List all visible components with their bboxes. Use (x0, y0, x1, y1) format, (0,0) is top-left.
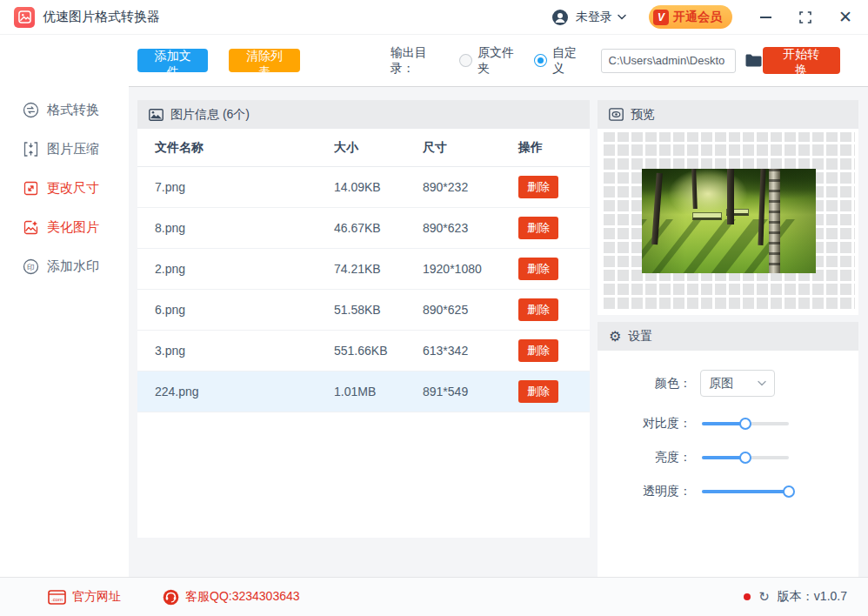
sidebar-item-label: 更改尺寸 (47, 180, 99, 197)
open-vip-button[interactable]: V 开通会员 (649, 5, 732, 29)
file-size: 51.58KB (334, 303, 423, 317)
customer-service-qq-label: 客服QQ:3234303643 (185, 589, 300, 605)
login-menu[interactable]: 未登录 (551, 9, 626, 26)
chevron-down-icon (618, 14, 626, 20)
image-info-icon (149, 109, 164, 121)
radio-original-label: 原文件夹 (477, 45, 525, 77)
contrast-slider[interactable] (702, 422, 789, 425)
radio-original-circle[interactable] (459, 54, 472, 67)
browse-folder-button[interactable] (744, 53, 763, 68)
radio-custom-label: 自定义 (552, 45, 588, 77)
delete-button[interactable]: 删除 (518, 380, 558, 403)
file-size: 46.67KB (334, 221, 423, 235)
file-table-body: 文件名称 大小 尺寸 操作 7.png 14.09KB 890*232 删除 8… (137, 129, 590, 538)
table-row-selected[interactable]: 224.png 1.01MB 891*549 删除 (137, 372, 590, 412)
resize-icon (23, 180, 39, 197)
file-size: 74.21KB (334, 262, 423, 276)
clear-list-button[interactable]: 清除列表 (229, 49, 299, 72)
app-logo-icon (14, 7, 35, 28)
start-convert-button[interactable]: 开始转换 (763, 47, 840, 74)
user-avatar-icon (551, 9, 569, 26)
table-row[interactable]: 3.png 551.66KB 613*342 删除 (137, 331, 590, 372)
format-convert-icon (23, 102, 39, 118)
file-table-header: 图片信息 (6个) (137, 100, 590, 129)
app-title: 优速图片格式转换器 (43, 9, 160, 25)
file-name: 6.png (137, 303, 334, 317)
output-path-input[interactable] (601, 49, 736, 73)
close-button[interactable]: ✕ (838, 10, 852, 24)
brightness-label: 亮度： (598, 450, 691, 465)
file-dimensions: 613*342 (423, 344, 518, 358)
brightness-slider[interactable] (702, 456, 789, 459)
login-status-label: 未登录 (576, 10, 612, 25)
brightness-slider-row: 亮度： (598, 451, 858, 465)
table-row[interactable]: 2.png 74.21KB 1920*1080 删除 (137, 249, 590, 290)
color-setting-row: 颜色： 原图 (598, 370, 858, 397)
slider-handle[interactable] (739, 452, 751, 464)
file-dimensions: 890*232 (423, 180, 518, 194)
sidebar-item-label: 格式转换 (47, 102, 99, 118)
chevron-down-icon (758, 380, 766, 386)
preview-image[interactable] (642, 169, 816, 273)
official-website-link[interactable]: .com 官方网址 (48, 589, 121, 605)
radio-original-folder[interactable]: 原文件夹 (459, 45, 525, 77)
file-name: 8.png (137, 221, 334, 235)
sidebar-item-beautify[interactable]: 美化图片 (0, 208, 129, 247)
gear-icon: ⚙ (609, 330, 621, 344)
output-dir-label: 输出目录： (391, 45, 451, 77)
official-website-label: 官方网址 (72, 589, 121, 605)
settings-panel: ⚙ 设置 颜色： 原图 对比度： 亮度： 透明度： (598, 322, 858, 577)
color-label: 颜色： (598, 376, 691, 392)
website-icon: .com (48, 590, 66, 605)
table-row[interactable]: 8.png 46.67KB 890*623 删除 (137, 208, 590, 249)
delete-button[interactable]: 删除 (518, 258, 558, 280)
table-header-row: 文件名称 大小 尺寸 操作 (137, 129, 590, 167)
column-header-name: 文件名称 (137, 140, 334, 156)
table-row[interactable]: 7.png 14.09KB 890*232 删除 (137, 167, 590, 208)
slider-handle[interactable] (739, 418, 751, 430)
customer-service-link[interactable]: 客服QQ:3234303643 (163, 589, 300, 606)
svg-text:印: 印 (27, 263, 35, 271)
folder-icon (744, 53, 763, 68)
delete-button[interactable]: 删除 (518, 217, 558, 239)
file-dimensions: 1920*1080 (423, 262, 518, 276)
file-name: 7.png (137, 180, 334, 194)
file-name: 224.png (137, 385, 334, 398)
sidebar-item-label: 图片压缩 (47, 141, 99, 157)
radio-custom-folder[interactable]: 自定义 (534, 45, 588, 77)
delete-button[interactable]: 删除 (518, 339, 558, 362)
slider-handle[interactable] (783, 485, 795, 498)
toolbar: 添加文件 清除列表 输出目录： 原文件夹 自定义 开始转换 (129, 35, 868, 87)
status-dot (744, 593, 751, 600)
opacity-label: 透明度： (598, 484, 691, 499)
delete-button[interactable]: 删除 (518, 298, 558, 321)
file-size: 14.09KB (334, 180, 423, 194)
sidebar-item-watermark[interactable]: 印 添加水印 (0, 247, 129, 286)
radio-custom-circle[interactable] (534, 54, 547, 67)
vip-label: 开通会员 (673, 10, 722, 25)
minimize-button[interactable] (758, 10, 772, 24)
opacity-slider-row: 透明度： (598, 485, 858, 499)
table-row[interactable]: 6.png 51.58KB 890*625 删除 (137, 290, 590, 331)
add-files-button[interactable]: 添加文件 (137, 49, 208, 72)
version-label: 版本：v1.0.7 (778, 589, 847, 605)
svg-text:.com: .com (51, 597, 63, 602)
file-table-panel: 图片信息 (6个) 文件名称 大小 尺寸 操作 7.png 14.09KB 89… (137, 100, 590, 538)
sidebar-item-image-compress[interactable]: 图片压缩 (0, 130, 129, 169)
contrast-slider-row: 对比度： (598, 417, 858, 431)
delete-button[interactable]: 删除 (518, 176, 558, 198)
color-select[interactable]: 原图 (700, 370, 775, 397)
titlebar: 优速图片格式转换器 未登录 V 开通会员 ✕ (0, 0, 868, 35)
sidebar: 格式转换 图片压缩 更改尺寸 美化图片 印 添加水印 (0, 35, 129, 577)
contrast-label: 对比度： (598, 416, 691, 432)
sidebar-item-resize[interactable]: 更改尺寸 (0, 169, 129, 208)
sidebar-item-format-convert[interactable]: 格式转换 (0, 90, 129, 130)
check-update-icon[interactable]: ↻ (758, 589, 770, 605)
file-dimensions: 890*625 (423, 303, 518, 317)
maximize-button[interactable] (798, 10, 812, 24)
opacity-slider[interactable] (702, 490, 789, 493)
column-header-size: 大小 (334, 140, 423, 156)
statusbar: .com 官方网址 客服QQ:3234303643 ↻ 版本：v1.0.7 (0, 577, 868, 616)
column-header-dimensions: 尺寸 (423, 140, 518, 156)
preview-eye-icon (609, 108, 624, 121)
